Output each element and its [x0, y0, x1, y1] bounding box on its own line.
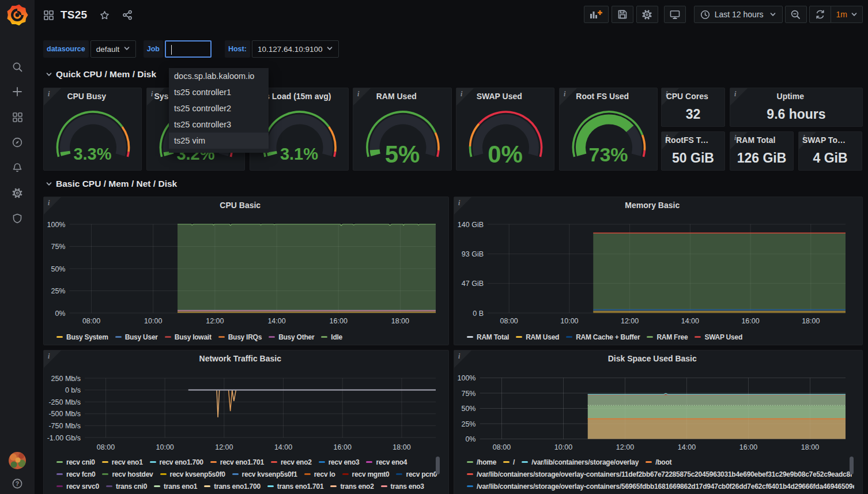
- legend-item[interactable]: recv eno1.701: [210, 458, 264, 466]
- legend-item[interactable]: recv fcn0: [56, 470, 95, 478]
- gauge-value: 0%: [456, 141, 554, 168]
- legend-item[interactable]: RAM Free: [647, 333, 688, 341]
- svg-text:16:00: 16:00: [334, 443, 352, 451]
- legend-item[interactable]: recv eno4: [366, 458, 407, 466]
- legend-item[interactable]: RAM Cache + Buffer: [566, 333, 640, 341]
- legend-item[interactable]: recv cni0: [56, 458, 95, 466]
- svg-text:18:00: 18:00: [801, 443, 819, 451]
- legend-item[interactable]: Idle: [321, 333, 342, 341]
- sidebar-item-configuration-gear-icon[interactable]: [0, 183, 35, 203]
- sidebar-item-search-icon[interactable]: [0, 57, 35, 77]
- panel-title[interactable]: RAM Total: [734, 135, 778, 145]
- gauge-value: 73%: [560, 144, 657, 166]
- legend-series-color: [503, 461, 510, 463]
- legend-item[interactable]: /var/lib/containers/storage/overlay-cont…: [467, 482, 854, 491]
- legend-item[interactable]: recv lo: [304, 470, 335, 478]
- legend-item[interactable]: trans eno1.700: [204, 482, 261, 491]
- legend-series-color: [647, 336, 653, 338]
- sidebar-item-dashboards-icon[interactable]: [0, 107, 35, 127]
- legend-item[interactable]: recv eno3: [319, 458, 360, 466]
- legend-item[interactable]: RAM Total: [467, 333, 509, 341]
- legend-series-color: [271, 461, 277, 463]
- svg-text:12:00: 12:00: [616, 443, 634, 451]
- legend-item[interactable]: trans eno1: [154, 482, 197, 491]
- dashboard-title[interactable]: TS25: [61, 9, 87, 21]
- legend-item[interactable]: recv pcn0: [396, 470, 437, 478]
- legend-item[interactable]: /var/lib/containers/storage/overlay: [522, 458, 639, 466]
- legend-item[interactable]: recv mgmt0: [342, 470, 390, 478]
- sidebar-item-alerting-bell-icon[interactable]: [0, 158, 35, 178]
- legend-item[interactable]: RAM Used: [516, 333, 559, 341]
- legend-item[interactable]: Busy IRQs: [218, 333, 262, 341]
- help-icon[interactable]: ?: [0, 474, 35, 493]
- legend-item[interactable]: SWAP Used: [695, 333, 742, 341]
- legend-series-color: [210, 461, 217, 463]
- graph-canvas[interactable]: 0 B47 GiB93 GiB140 GiB08:0010:0012:0014:…: [454, 197, 863, 345]
- variable-job-input[interactable]: [165, 40, 212, 58]
- panel-gauge-swap_used: iSWAP Used0%: [456, 88, 554, 171]
- legend-item[interactable]: trans cni0: [106, 482, 147, 491]
- legend-item[interactable]: recv kvsenp5s0f0: [160, 470, 225, 478]
- variables-submenu: datasource default Job Host: 10.127.64.1…: [35, 40, 339, 58]
- legend-item[interactable]: /: [503, 458, 515, 466]
- dropdown-option[interactable]: ts25 controller1: [169, 84, 269, 100]
- legend-series-color: [467, 461, 473, 463]
- time-range-picker[interactable]: Last 12 hours: [694, 6, 783, 23]
- legend-item[interactable]: recv hostdev: [102, 470, 153, 478]
- legend-item[interactable]: /home: [467, 458, 496, 466]
- legend-item[interactable]: recv kvsenp5s0f1: [232, 470, 297, 478]
- legend-item[interactable]: Busy Other: [269, 333, 314, 341]
- dropdown-option[interactable]: ts25 controller3: [169, 116, 269, 133]
- graph-canvas[interactable]: 0%25%50%75%100%08:0010:0012:0014:0016:00…: [44, 197, 450, 345]
- refresh-button[interactable]: [809, 6, 831, 23]
- legend-scrollbar[interactable]: [850, 457, 854, 474]
- panel-title[interactable]: SWAP Total: [802, 135, 847, 145]
- legend-item[interactable]: recv eno2: [271, 458, 312, 466]
- stat-value: 4 GiB: [799, 150, 862, 166]
- row-header[interactable]: Basic CPU / Mem / Net / Disk: [46, 176, 177, 191]
- legend-item[interactable]: trans eno2: [330, 482, 373, 491]
- legend-item[interactable]: /boot: [646, 458, 671, 466]
- legend-item[interactable]: recv srvc0: [56, 482, 99, 491]
- svg-text:12:00: 12:00: [206, 317, 224, 325]
- panel-title[interactable]: CPU Cores: [665, 92, 710, 101]
- sidebar-item-server-admin-shield-icon[interactable]: [0, 209, 35, 228]
- legend-item[interactable]: trans eno3: [381, 482, 424, 491]
- grafana-logo[interactable]: [6, 4, 28, 26]
- svg-text:08:00: 08:00: [493, 443, 511, 451]
- dropdown-option[interactable]: ts25 controller2: [169, 100, 269, 116]
- legend-item[interactable]: Busy Iowait: [165, 333, 212, 341]
- refresh-interval-picker[interactable]: 1m: [831, 6, 863, 23]
- zoom-out-time-button[interactable]: [785, 6, 807, 23]
- add-panel-button[interactable]: [584, 6, 609, 23]
- dropdown-option[interactable]: ts25 vim: [169, 133, 269, 149]
- legend-item[interactable]: recv eno1: [102, 458, 143, 466]
- sidebar-item-explore-compass-icon[interactable]: [0, 133, 35, 152]
- panel-title[interactable]: RootFS Total: [665, 135, 710, 145]
- star-icon[interactable]: [100, 10, 110, 20]
- panel-stat-rootfs_total: iRootFS Total50 GiB: [661, 131, 725, 171]
- legend-item[interactable]: trans eno1.701: [267, 482, 324, 491]
- panel-title[interactable]: Uptime: [734, 92, 847, 101]
- cycle-view-button[interactable]: [664, 6, 686, 23]
- panel-stat-cpu_cores: iCPU Cores32: [661, 88, 725, 127]
- save-dashboard-button[interactable]: [612, 6, 633, 23]
- svg-text:-500 Mb/s: -500 Mb/s: [48, 410, 81, 418]
- variable-datasource-value[interactable]: default: [90, 40, 136, 58]
- dropdown-option[interactable]: docs.sp.lab.kaloom.io: [169, 68, 269, 84]
- row-header[interactable]: Quick CPU / Mem / Disk: [46, 67, 156, 82]
- legend-scrollbar[interactable]: [436, 457, 440, 474]
- dashboard-settings-button[interactable]: [636, 6, 658, 23]
- variable-host-value[interactable]: 10.127.64.10:9100: [252, 40, 339, 58]
- legend-series-color: [467, 485, 473, 487]
- user-avatar[interactable]: [0, 451, 35, 470]
- svg-text:0%: 0%: [55, 310, 65, 318]
- legend-item[interactable]: recv eno1.700: [150, 458, 203, 466]
- legend-item[interactable]: Busy System: [56, 333, 108, 341]
- share-icon[interactable]: [122, 10, 133, 20]
- legend-item[interactable]: Busy User: [115, 333, 158, 341]
- nav-left-group: TS25: [43, 0, 133, 30]
- sidebar-item-plus-icon[interactable]: [0, 82, 35, 101]
- legend-item[interactable]: /var/lib/containers/storage/overlay-cont…: [467, 470, 852, 478]
- svg-text:10:00: 10:00: [554, 443, 572, 451]
